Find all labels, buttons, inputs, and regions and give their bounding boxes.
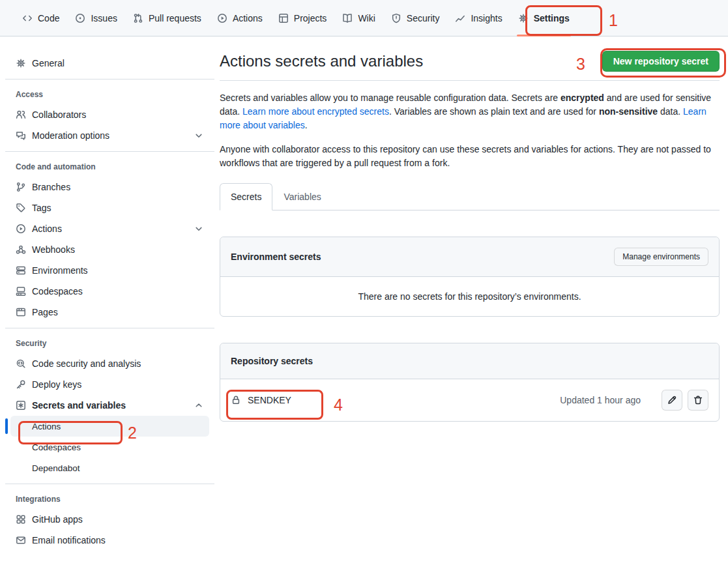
nav-tab-actions[interactable]: Actions bbox=[212, 0, 268, 36]
nav-tab-security[interactable]: Security bbox=[386, 0, 445, 36]
settings-sidebar: GeneralAccessCollaboratorsModeration opt… bbox=[0, 36, 220, 551]
intro-paragraph-2: Anyone with collaborator access to this … bbox=[220, 143, 720, 170]
environment-secrets-box: Environment secrets Manage environments … bbox=[220, 237, 720, 317]
nav-tab-label: Actions bbox=[233, 13, 263, 23]
sidebar-item-webhooks[interactable]: Webhooks bbox=[10, 239, 209, 260]
nav-tab-insights[interactable]: Insights bbox=[450, 0, 507, 36]
nav-tab-pull-requests[interactable]: Pull requests bbox=[128, 0, 207, 36]
sidebar-item-environments[interactable]: Environments bbox=[10, 260, 209, 281]
nav-tab-projects[interactable]: Projects bbox=[273, 0, 332, 36]
sidebar-section-title-code-and-automation: Code and automation bbox=[10, 157, 209, 177]
tab-secrets[interactable]: Secrets bbox=[220, 183, 272, 210]
intro-paragraph-1: Secrets and variables allow you to manag… bbox=[220, 91, 720, 132]
sidebar-item-email-notifications[interactable]: Email notifications bbox=[10, 530, 209, 551]
sidebar-item-label: Webhooks bbox=[32, 244, 75, 255]
sidebar-item-collaborators[interactable]: Collaborators bbox=[10, 104, 209, 125]
environment-secrets-title: Environment secrets bbox=[231, 252, 321, 262]
sidebar-item-branches[interactable]: Branches bbox=[10, 177, 209, 197]
manage-environments-button[interactable]: Manage environments bbox=[614, 248, 708, 266]
nav-tab-code[interactable]: Code bbox=[17, 0, 65, 36]
repo-nav-tabs: CodeIssuesPull requestsActionsProjectsWi… bbox=[14, 0, 577, 36]
secret-row-actions: Updated 1 hour ago bbox=[560, 390, 708, 411]
intro-bold-text: non-sensitive bbox=[599, 106, 658, 117]
sidebar-item-label: Moderation options bbox=[32, 130, 109, 141]
intro-text-segment: data. bbox=[658, 106, 683, 117]
nav-tab-label: Pull requests bbox=[149, 13, 201, 23]
mail-icon bbox=[16, 535, 26, 545]
new-repository-secret-button[interactable]: New repository secret bbox=[602, 51, 720, 72]
repository-secrets-list: SENDKEYUpdated 1 hour ago bbox=[220, 379, 719, 421]
sidebar-item-code-security-and-analysis[interactable]: Code security and analysis bbox=[10, 353, 209, 374]
asterisk-box-icon bbox=[16, 400, 26, 411]
intro-link-learn-more-about-encrypted-secrets[interactable]: Learn more about encrypted secrets bbox=[242, 106, 389, 117]
nav-tab-label: Wiki bbox=[358, 13, 375, 23]
people-icon bbox=[16, 109, 26, 120]
page-title: Actions secrets and variables bbox=[220, 51, 423, 72]
chevron-down-icon bbox=[194, 224, 204, 234]
sidebar-item-label: Actions bbox=[32, 224, 62, 234]
sidebar-item-tags[interactable]: Tags bbox=[10, 197, 209, 218]
sidebar-item-codespaces[interactable]: Codespaces bbox=[10, 437, 209, 457]
sidebar-item-label: Environments bbox=[32, 265, 88, 276]
sidebar-divider bbox=[5, 484, 214, 484]
nav-tab-wiki[interactable]: Wiki bbox=[337, 0, 380, 36]
secret-name-label: SENDKEY bbox=[248, 395, 291, 405]
sidebar-item-moderation-options[interactable]: Moderation options bbox=[10, 125, 209, 146]
sidebar-item-actions[interactable]: Actions bbox=[10, 218, 209, 239]
repository-secrets-box: Repository secrets SENDKEYUpdated 1 hour… bbox=[220, 343, 720, 422]
server-icon bbox=[16, 265, 26, 276]
intro-text-segment: . Variables are shown as plain text and … bbox=[389, 106, 599, 117]
sidebar-item-label: GitHub apps bbox=[32, 514, 83, 525]
sidebar-item-label: Actions bbox=[32, 422, 61, 431]
secret-name: SENDKEY bbox=[231, 395, 291, 405]
intro-text-segment: Anyone with collaborator access to this … bbox=[220, 144, 711, 168]
sidebar-item-pages[interactable]: Pages bbox=[10, 302, 209, 323]
chevron-up-icon bbox=[194, 400, 204, 411]
page-head: Actions secrets and variables New reposi… bbox=[220, 51, 720, 81]
sidebar-section-title-integrations: Integrations bbox=[10, 489, 209, 509]
sidebar-item-codespaces[interactable]: Codespaces bbox=[10, 281, 209, 302]
code-icon bbox=[22, 13, 33, 23]
projects-icon bbox=[278, 13, 289, 23]
sidebar-item-label: Branches bbox=[32, 182, 70, 192]
intro-text: Secrets and variables allow you to manag… bbox=[220, 91, 720, 170]
play-icon bbox=[16, 224, 26, 234]
nav-tab-label: Security bbox=[407, 13, 440, 23]
sidebar-section-title-access: Access bbox=[10, 85, 209, 104]
sidebar-item-general[interactable]: General bbox=[10, 53, 209, 74]
sidebar-divider bbox=[5, 151, 214, 152]
sidebar-item-github-apps[interactable]: GitHub apps bbox=[10, 509, 209, 530]
webhook-icon bbox=[16, 244, 26, 255]
nav-tab-label: Projects bbox=[294, 13, 327, 23]
sidebar-item-label: Code security and analysis bbox=[32, 358, 141, 369]
sidebar-item-deploy-keys[interactable]: Deploy keys bbox=[10, 374, 209, 395]
edit-secret-button[interactable] bbox=[662, 390, 682, 411]
sidebar-item-label: Dependabot bbox=[32, 463, 80, 473]
settings-layout: GeneralAccessCollaboratorsModeration opt… bbox=[0, 36, 728, 551]
nav-tab-label: Insights bbox=[471, 13, 502, 23]
intro-text-segment: Secrets and variables allow you to manag… bbox=[220, 93, 561, 103]
repository-secrets-title: Repository secrets bbox=[231, 356, 313, 366]
sidebar-item-label: Secrets and variables bbox=[32, 400, 126, 411]
chevron-down-icon bbox=[194, 130, 204, 141]
sidebar-item-dependabot[interactable]: Dependabot bbox=[10, 457, 209, 478]
nav-tab-settings[interactable]: Settings bbox=[513, 0, 575, 36]
intro-bold-text: encrypted bbox=[561, 93, 604, 103]
secrets-variables-tabs: SecretsVariables bbox=[220, 183, 720, 210]
code-scan-icon bbox=[16, 358, 26, 369]
settings-main: Actions secrets and variables New reposi… bbox=[220, 36, 728, 422]
nav-tab-label: Issues bbox=[91, 13, 117, 23]
play-icon bbox=[217, 13, 227, 23]
nav-tab-issues[interactable]: Issues bbox=[70, 0, 122, 36]
sidebar-item-label: General bbox=[32, 58, 65, 68]
sidebar-item-label: Email notifications bbox=[32, 535, 106, 545]
environment-secrets-header: Environment secrets Manage environments bbox=[220, 237, 719, 277]
tab-variables[interactable]: Variables bbox=[272, 183, 332, 210]
sidebar-item-secrets-and-variables[interactable]: Secrets and variables bbox=[10, 395, 209, 416]
secret-row: SENDKEYUpdated 1 hour ago bbox=[220, 379, 719, 421]
delete-secret-button[interactable] bbox=[688, 390, 708, 411]
sidebar-item-actions[interactable]: Actions bbox=[10, 416, 209, 437]
tag-icon bbox=[16, 203, 26, 213]
sidebar-item-label: Codespaces bbox=[32, 442, 81, 452]
sidebar-divider bbox=[5, 328, 214, 328]
